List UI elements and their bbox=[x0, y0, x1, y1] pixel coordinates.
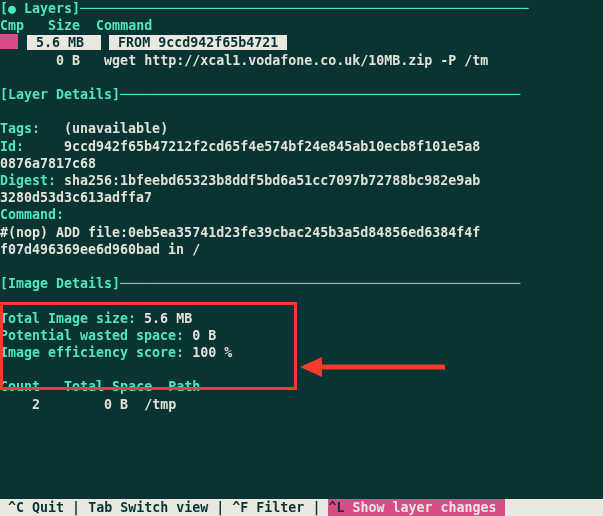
layer-size: 0 B bbox=[56, 53, 80, 68]
efficiency-value: 100 % bbox=[192, 345, 232, 360]
layers-section-header: [● Layers]──────────────────────────────… bbox=[0, 0, 603, 17]
image-details-title: Image Details bbox=[8, 276, 112, 291]
total-size-value: 5.6 MB bbox=[144, 311, 192, 326]
bracket: [ bbox=[0, 1, 8, 16]
layer-row[interactable]: 0 B wget http://xcal1.vodafone.co.uk/10M… bbox=[0, 52, 603, 69]
switch-label: Switch view bbox=[120, 500, 208, 515]
divider: | bbox=[72, 500, 80, 515]
command-value: f07d496369ee6d960bad in / bbox=[0, 242, 200, 257]
col-path: Path bbox=[168, 379, 200, 394]
digest-value: 3280d53d3c613adffa7 bbox=[0, 190, 152, 205]
image-details-header: [Image Details]─────────────────────────… bbox=[0, 275, 603, 292]
tags-label: Tags: bbox=[0, 121, 40, 136]
efficiency-label: Image efficiency score: bbox=[0, 345, 184, 360]
footer-bar: ^C Quit | Tab Switch view | ^F Filter | … bbox=[0, 499, 603, 516]
cmp-indicator bbox=[0, 34, 18, 49]
cell-total-space: 0 B bbox=[104, 397, 128, 412]
divider: | bbox=[216, 500, 224, 515]
table-header: Count Total Space Path bbox=[0, 378, 603, 395]
col-space: Space bbox=[112, 379, 152, 394]
total-size-label: Total Image size: bbox=[0, 311, 136, 326]
layer-details-title: Layer Details bbox=[8, 87, 112, 102]
id-value: 9ccd942f65b47212f2cd65f4e574bf24e845ab10… bbox=[64, 139, 480, 154]
cell-count: 2 bbox=[32, 397, 40, 412]
layer-command: wget http://xcal1.vodafone.co.uk/10MB.zi… bbox=[104, 53, 488, 68]
divider: | bbox=[312, 500, 320, 515]
filter-label: Filter bbox=[256, 500, 304, 515]
col-count: Count bbox=[0, 379, 40, 394]
table-row: 2 0 B /tmp bbox=[0, 396, 603, 413]
switch-key[interactable]: Tab bbox=[88, 500, 112, 515]
wasted-space-value: 0 B bbox=[192, 328, 216, 343]
layer-row[interactable]: 5.6 MB FROM 9ccd942f65b4721 bbox=[0, 34, 603, 51]
changes-label: Show layer changes bbox=[352, 500, 496, 515]
command-label: Command: bbox=[0, 207, 64, 222]
quit-key[interactable]: ^C bbox=[8, 500, 24, 515]
id-label: Id: bbox=[0, 139, 24, 154]
cell-path: /tmp bbox=[144, 397, 176, 412]
bracket: ] bbox=[72, 1, 80, 16]
changes-key[interactable]: ^L bbox=[328, 500, 344, 515]
col-cmp: Cmp bbox=[0, 18, 24, 33]
rule: ────────────────────────────────────────… bbox=[80, 1, 528, 16]
layers-columns: Cmp Size Command bbox=[0, 17, 603, 34]
filter-key[interactable]: ^F bbox=[232, 500, 248, 515]
layer-details-header: [Layer Details]─────────────────────────… bbox=[0, 86, 603, 103]
terminal-screen: [● Layers]──────────────────────────────… bbox=[0, 0, 603, 413]
col-total: Total bbox=[64, 379, 104, 394]
tags-value: (unavailable) bbox=[64, 121, 168, 136]
col-size: Size bbox=[48, 18, 80, 33]
layer-command: FROM 9ccd942f65b4721 bbox=[109, 35, 287, 50]
digest-label: Digest: bbox=[0, 173, 56, 188]
command-value: #(nop) ADD file:0eb5ea35741d23fe39cbac24… bbox=[0, 225, 480, 240]
id-value: 0876a7817c68 bbox=[0, 156, 96, 171]
wasted-space-label: Potential wasted space: bbox=[0, 328, 184, 343]
digest-value: sha256:1bfeebd65323b8ddf5bd6a51cc7097b72… bbox=[64, 173, 480, 188]
quit-label: Quit bbox=[32, 500, 64, 515]
layer-size: 5.6 MB bbox=[27, 35, 101, 50]
col-command: Command bbox=[96, 18, 152, 33]
layers-title: ● Layers bbox=[8, 1, 72, 16]
